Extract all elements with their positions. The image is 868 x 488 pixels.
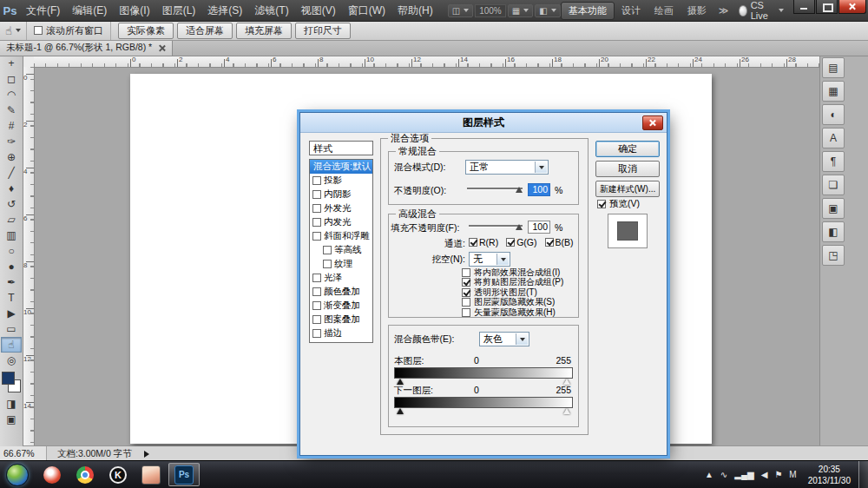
style-item[interactable]: 光泽 (310, 271, 372, 285)
close-button[interactable] (838, 0, 866, 14)
menu-item[interactable]: 滤镜(T) (248, 0, 294, 21)
style-item[interactable]: 投影 (310, 174, 372, 188)
zoom-level-indicator[interactable]: 100% (475, 4, 506, 17)
scroll-all-windows-checkbox[interactable]: 滚动所有窗口 (27, 24, 110, 37)
taskbar-app-1[interactable] (36, 463, 68, 486)
show-desktop-button[interactable] (858, 461, 868, 488)
panel-layers-icon[interactable]: ❏ (822, 175, 845, 195)
hidden-icons-chevron[interactable]: ▲ (701, 461, 717, 488)
pen-tool[interactable]: ✒ (1, 274, 22, 290)
underlying-layer-gradient-slider[interactable] (394, 397, 573, 408)
dialog-close-button[interactable] (642, 115, 663, 130)
menu-item[interactable]: 图层(L) (156, 0, 202, 21)
style-item[interactable]: 图案叠加 (310, 313, 372, 326)
style-item[interactable]: 内阴影 (310, 188, 372, 201)
lasso-tool[interactable]: ◠ (1, 87, 22, 102)
screen-mode-button[interactable]: ▣ (1, 412, 22, 427)
blend-if-select[interactable]: 灰色 (479, 332, 529, 346)
menu-item[interactable]: 文件(F) (20, 0, 66, 21)
fill-opacity-value[interactable]: 100 (528, 221, 550, 234)
cancel-button[interactable]: 取消 (595, 161, 660, 177)
volume-icon[interactable]: ◀ (758, 461, 772, 488)
menu-item[interactable]: 编辑(E) (66, 0, 113, 21)
quick-mask-button[interactable]: ◨ (1, 396, 22, 412)
style-checkbox[interactable] (312, 204, 321, 213)
eyedropper-tool[interactable]: ✑ (1, 134, 22, 149)
workspace-button[interactable]: 摄影 (681, 3, 713, 19)
style-checkbox[interactable] (312, 232, 321, 241)
workspace-button[interactable]: 绘画 (648, 3, 681, 19)
vertical-ruler[interactable]: 02468101214 (23, 67, 35, 446)
path-selection-tool[interactable]: ▶ (1, 306, 22, 321)
zoom-level-field[interactable]: 66.67% (0, 446, 47, 461)
status-menu-arrow-icon[interactable] (144, 451, 149, 458)
menu-item[interactable]: 帮助(H) (391, 0, 439, 21)
dialog-title-bar[interactable]: 图层样式 (300, 113, 667, 133)
this-layer-gradient-slider[interactable] (394, 367, 573, 379)
blur-tool[interactable]: ○ (1, 243, 22, 259)
eraser-tool[interactable]: ▱ (1, 212, 22, 228)
channel-checkbox[interactable]: B(B) (545, 237, 574, 247)
menu-item[interactable]: 窗口(W) (342, 0, 391, 21)
workspace-button[interactable]: 设计 (615, 3, 648, 19)
document-tab[interactable]: 未标题-1 @ 66.7%(形状 1, RGB/8) * (0, 40, 173, 56)
blend-mode-select[interactable]: 正常 (465, 160, 549, 175)
network-signal-icon[interactable]: ▂▄▆ (731, 461, 757, 488)
bluetooth-icon[interactable]: ∿ (717, 461, 731, 488)
zoom-tool[interactable]: ◎ (1, 353, 22, 368)
taskbar-avatar-app[interactable] (135, 463, 167, 486)
restore-button[interactable] (816, 0, 838, 14)
menu-item[interactable]: 选择(S) (201, 0, 248, 21)
style-item[interactable]: 描边 (310, 326, 372, 340)
panel-3d-icon[interactable]: ◳ (822, 245, 845, 266)
new-style-button[interactable]: 新建样式(W)... (595, 181, 660, 197)
arrange-documents-button[interactable]: ▦ (508, 4, 533, 17)
opacity-slider[interactable] (467, 183, 523, 194)
hand-tool[interactable]: ☝ (1, 337, 22, 353)
tab-close-icon[interactable] (158, 44, 166, 52)
panel-character-icon[interactable]: A (822, 128, 845, 148)
rectangular-marquee-tool[interactable]: ◻ (1, 71, 22, 87)
type-tool[interactable]: T (1, 290, 22, 306)
launch-bridge-button[interactable]: ◫ (448, 4, 473, 17)
options-bar-button[interactable]: 适合屏幕 (177, 23, 233, 39)
preview-checkbox[interactable]: 预览(V) (597, 198, 640, 210)
workspace-button[interactable]: 基本功能 (561, 2, 615, 20)
ok-button[interactable]: 确定 (595, 141, 660, 157)
panel-history-icon[interactable]: ▤ (822, 57, 845, 78)
style-item[interactable]: 等高线 (310, 243, 372, 257)
quick-selection-tool[interactable]: ✎ (1, 102, 22, 118)
style-checkbox[interactable] (312, 190, 321, 199)
taskbar-photoshop[interactable]: Ps (168, 463, 200, 486)
brush-tool[interactable]: ╱ (1, 165, 22, 181)
taskbar-k-app[interactable]: K (102, 463, 134, 486)
options-bar-button[interactable]: 实际像素 (118, 23, 174, 39)
style-item[interactable]: 斜面和浮雕 (310, 229, 372, 243)
style-checkbox[interactable] (312, 301, 321, 310)
clone-stamp-tool[interactable]: ♦ (1, 181, 22, 196)
style-item[interactable]: 外发光 (310, 201, 372, 215)
action-center-flag-icon[interactable]: ⚑ (771, 461, 786, 488)
fill-opacity-slider[interactable] (469, 221, 523, 231)
menu-item[interactable]: 图像(I) (113, 0, 155, 21)
channel-checkbox[interactable]: R(R) (469, 237, 498, 247)
history-brush-tool[interactable]: ↺ (1, 196, 22, 212)
input-method-icon[interactable]: M (786, 461, 799, 488)
style-item[interactable]: 颜色叠加 (310, 285, 372, 299)
workspace-overflow-button[interactable]: ≫ (713, 5, 734, 16)
minimize-button[interactable] (793, 0, 815, 14)
panel-adjustments-icon[interactable]: ◐ (822, 104, 845, 125)
style-item[interactable]: 纹理 (310, 257, 372, 271)
dodge-tool[interactable]: ● (1, 259, 22, 274)
rectangle-tool[interactable]: ▭ (1, 321, 22, 337)
panel-channels-icon[interactable]: ▣ (822, 198, 845, 219)
style-checkbox[interactable] (312, 315, 321, 324)
panel-swatches-icon[interactable]: ▦ (822, 81, 845, 102)
cs-live-button[interactable]: CS Live (739, 0, 784, 21)
style-item[interactable]: 内发光 (310, 215, 372, 229)
panel-paragraph-icon[interactable]: ¶ (822, 151, 845, 172)
style-checkbox[interactable] (312, 287, 321, 296)
style-item[interactable]: 渐变叠加 (310, 299, 372, 313)
options-bar-button[interactable]: 打印尺寸 (295, 23, 351, 39)
healing-brush-tool[interactable]: ⊕ (1, 149, 22, 165)
